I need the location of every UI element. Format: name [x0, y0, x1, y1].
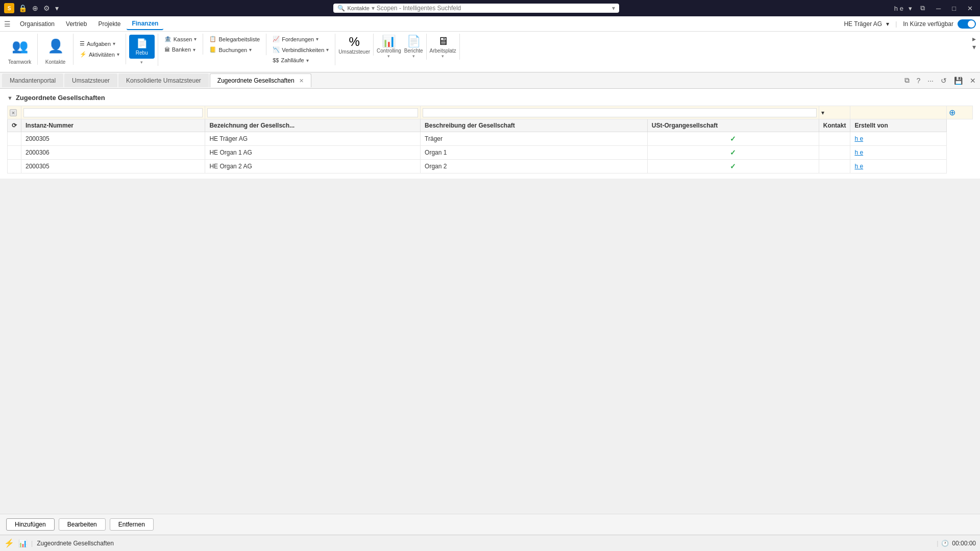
kontakte-button[interactable]: 👤: [43, 34, 68, 58]
tab-refresh-button[interactable]: ↺: [939, 76, 949, 86]
menu-item-vertrieb[interactable]: Vertrieb: [61, 18, 92, 30]
tab-save-button[interactable]: 💾: [952, 76, 965, 86]
tab-close-all-button[interactable]: ✕: [968, 76, 978, 86]
status-logo-icon: ⚡: [4, 538, 14, 548]
kassen-button[interactable]: 🏦 Kassen ▾: [161, 35, 200, 43]
zahllaeufe-button[interactable]: $$ Zahlläufe ▾: [270, 56, 312, 64]
ribbon-collapse-icon[interactable]: ▾: [972, 43, 976, 51]
buchungen-label: Buchungen: [218, 47, 247, 53]
tab-more-button[interactable]: ···: [925, 76, 936, 86]
teamwork-label: Teamwork: [8, 59, 32, 65]
buchungen-button[interactable]: 📒 Buchungen ▾: [206, 45, 255, 54]
title-bar: S 🔒 ⊕ ⚙ ▾ 🔍 Kontakte ▾ ▾ h e ▾ ⧉ ─ □ ✕: [0, 0, 980, 16]
verbindlichkeiten-label: Verbindlichkeiten: [282, 47, 324, 53]
row-3-ust-organgesellschaft: ✓: [647, 160, 819, 173]
arbeitsplatz-label: Arbeitsplatz: [430, 48, 456, 54]
rebu-label: Rebu: [134, 50, 150, 56]
tab-help-button[interactable]: ?: [915, 76, 923, 86]
tab-zugeordnete-gesellschaften[interactable]: Zugeordnete Gesellschaften ✕: [210, 73, 311, 87]
window-restore-icon[interactable]: ⧉: [917, 3, 928, 13]
filter-beschreibung[interactable]: [423, 108, 817, 117]
clock-icon: 🕐: [941, 540, 949, 547]
bookmark-icon[interactable]: ▾: [55, 4, 59, 12]
add-filter-icon[interactable]: ⊕: [949, 108, 955, 117]
zahllaeufe-dropdown-icon: ▾: [306, 58, 309, 63]
filter-dropdown-icon[interactable]: ▾: [821, 109, 824, 116]
row-3-instanz-nummer: 2000305: [21, 160, 205, 173]
clear-filter-button[interactable]: ×: [10, 109, 17, 116]
controlling-button[interactable]: 📊 Controlling ▾: [377, 35, 401, 59]
ust-check-1: ✓: [730, 135, 736, 143]
aktivitaeten-button[interactable]: ⚡ Aktivitäten ▾: [77, 50, 122, 59]
filter-bezeichnung[interactable]: [207, 108, 418, 117]
row-1-erstellt-von[interactable]: h e: [850, 132, 947, 146]
hinzufuegen-button[interactable]: Hinzufügen: [6, 518, 55, 531]
berichte-button[interactable]: 📄 Berichte ▾: [404, 35, 423, 59]
plus-circle-icon[interactable]: ⊕: [32, 4, 38, 12]
bearbeiten-button[interactable]: Bearbeiten: [59, 518, 106, 531]
entfernen-button[interactable]: Entfernen: [110, 518, 154, 531]
tab-umsatzsteuer[interactable]: Umsatzsteuer: [64, 73, 117, 87]
filter-instanz-nummer[interactable]: [23, 108, 203, 117]
table-row: 2000306 HE Organ 1 AG Organ 1 ✓ h e: [8, 146, 973, 160]
window-maximize-button[interactable]: □: [949, 4, 959, 13]
rebu-button[interactable]: 📄 Rebu: [129, 35, 155, 59]
tab-copy-button[interactable]: ⧉: [902, 75, 912, 86]
tab-mandantenportal[interactable]: Mandantenportal: [2, 73, 63, 87]
row-selector-icon: ⟳: [12, 122, 17, 129]
action-bar: Hinzufügen Bearbeiten Entfernen: [0, 514, 980, 535]
row-2-selector: [8, 146, 21, 160]
umsatzsteuer-ribbon-button[interactable]: %: [349, 35, 360, 49]
banken-button[interactable]: 🏛 Banken ▾: [161, 45, 199, 54]
ribbon-group-forderungen: 📈 Forderungen ▾ 📉 Verbindlichkeiten ▾ $$…: [266, 34, 335, 65]
teamwork-button[interactable]: 👥: [8, 34, 32, 58]
search-filter-icon: ▾: [372, 5, 375, 12]
col-header-kontakt[interactable]: Kontakt: [819, 119, 850, 132]
menu-item-organisation[interactable]: Organisation: [15, 18, 60, 30]
ust-check-2: ✓: [730, 148, 736, 157]
ribbon: 👥 Teamwork 👤 Kontakte ☰ Aufgaben ▾ ⚡ Akt…: [0, 32, 980, 72]
availability-toggle[interactable]: [958, 19, 976, 29]
company-dropdown-icon[interactable]: ▾: [886, 20, 889, 28]
user-dropdown-icon[interactable]: ▾: [909, 5, 912, 12]
availability-label: In Kürze verfügbar: [903, 20, 953, 28]
section-header[interactable]: ▼ Zugeordnete Gesellschaften: [7, 94, 973, 102]
window-minimize-button[interactable]: ─: [933, 4, 944, 13]
search-input[interactable]: [377, 5, 610, 12]
row-1-selector: [8, 132, 21, 146]
arbeitsplatz-button[interactable]: 🖥 Arbeitsplatz ▾: [430, 35, 456, 59]
col-header-instanz-nummer[interactable]: Instanz-Nummer: [21, 119, 205, 132]
belegarbeitsliste-button[interactable]: 📋 Belegarbeitsliste: [206, 35, 263, 43]
search-area: 🔍 Kontakte ▾ ▾: [59, 4, 894, 13]
col-header-beschreibung[interactable]: Beschreibung der Gesellschaft: [421, 119, 648, 132]
menu-item-projekte[interactable]: Projekte: [93, 18, 126, 30]
row-3-erstellt-von[interactable]: h e: [850, 160, 947, 173]
col-header-ust-organgesellschaft[interactable]: USt-Organgesellschaft: [647, 119, 819, 132]
tab-close-icon[interactable]: ✕: [299, 78, 304, 84]
settings-icon[interactable]: ⚙: [43, 4, 50, 12]
app-icon[interactable]: S: [4, 3, 14, 13]
verbindlichkeiten-button[interactable]: 📉 Verbindlichkeiten ▾: [270, 45, 332, 54]
search-dropdown-icon[interactable]: ▾: [612, 5, 615, 12]
row-1-kontakt: [819, 132, 850, 146]
menu-bar: ☰ Organisation Vertrieb Projekte Finanze…: [0, 16, 980, 32]
row-3-beschreibung: Organ 2: [421, 160, 648, 173]
forderungen-button[interactable]: 📈 Forderungen ▾: [270, 35, 322, 43]
tab-konsolidierte-umsatzsteuer[interactable]: Konsolidierte Umsatzsteuer: [118, 73, 209, 87]
kontakte-label: Kontakte: [45, 59, 65, 65]
menu-item-finanzen[interactable]: Finanzen: [127, 18, 163, 30]
zahllaeufe-label: Zahlläufe: [281, 57, 304, 63]
window-close-button[interactable]: ✕: [964, 4, 976, 13]
aufgaben-button[interactable]: ☰ Aufgaben ▾: [77, 39, 118, 48]
table-body: 2000305 HE Träger AG Träger ✓ h e 200030…: [8, 132, 973, 173]
search-icon: 🔍: [337, 5, 345, 12]
ribbon-expand-icon[interactable]: ▸: [972, 35, 976, 43]
aufgaben-icon: ☰: [80, 40, 85, 47]
search-bar-container: 🔍 Kontakte ▾ ▾: [333, 4, 619, 13]
aufgaben-label: Aufgaben: [87, 41, 111, 47]
sidebar-toggle-icon[interactable]: ☰: [4, 20, 11, 28]
buchungen-dropdown-icon: ▾: [249, 47, 252, 53]
row-2-erstellt-von[interactable]: h e: [850, 146, 947, 160]
col-header-bezeichnung[interactable]: Bezeichnung der Gesellsch...: [205, 119, 421, 132]
col-header-erstellt-von[interactable]: Erstellt von: [850, 119, 947, 132]
